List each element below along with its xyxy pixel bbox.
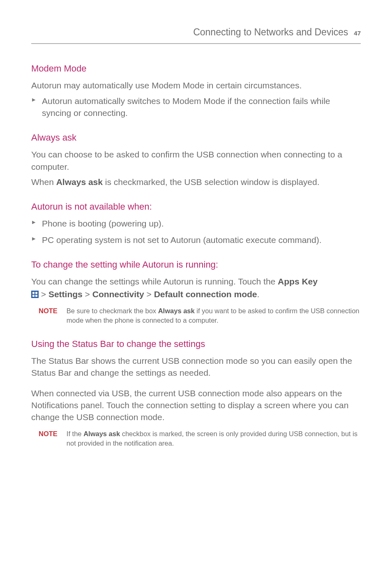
bold-text: Connectivity [92,289,144,299]
apps-key-icon [31,291,39,298]
text: > [39,289,48,299]
svg-rect-2 [35,292,37,294]
text: When [31,177,56,187]
section-always-ask: Always ask You can choose to be asked to… [31,131,361,188]
heading-status-bar: Using the Status Bar to change the setti… [31,337,361,351]
heading-autorun-unavailable: Autorun is not available when: [31,200,361,213]
text: Be sure to checkmark the box [67,307,158,314]
bold-text: Always ask [56,177,103,187]
section-autorun-unavailable: Autorun is not available when: Phone is … [31,200,361,246]
bold-text: Always ask [158,307,195,314]
section-change-setting: To change the setting while Autorun is r… [31,258,361,325]
heading-always-ask: Always ask [31,131,361,144]
list-item: Autorun automatically switches to Modem … [31,95,361,119]
text: . [257,289,260,299]
paragraph: You can change the settings while Autoru… [31,275,361,287]
paragraph: When Always ask is checkmarked, the USB … [31,176,361,188]
svg-rect-1 [32,292,35,294]
text: is checkmarked, the USB selection window… [103,177,320,187]
paragraph: > Settings > Connectivity > Default conn… [31,288,361,300]
heading-modem-mode: Modem Mode [31,62,361,75]
section-status-bar: Using the Status Bar to change the setti… [31,337,361,448]
paragraph: Autorun may automatically use Modem Mode… [31,79,361,91]
bold-text: Apps Key [278,277,318,286]
bold-text: Always ask [83,430,120,437]
heading-change-setting: To change the setting while Autorun is r… [31,258,361,271]
note-label: NOTE [39,429,58,448]
note-text: Be sure to checkmark the box Always ask … [67,306,361,325]
paragraph: The Status Bar shows the current USB con… [31,355,361,379]
page-header: Connecting to Networks and Devices 47 [31,25,361,44]
svg-rect-0 [31,291,39,298]
svg-rect-3 [32,295,35,297]
text: > [83,289,92,299]
bold-text: Settings [48,289,83,299]
list-item: Phone is booting (powering up). [31,217,361,229]
section-modem-mode: Modem Mode Autorun may automatically use… [31,62,361,119]
paragraph: When connected via USB, the current USB … [31,387,361,423]
text: You can change the settings while Autoru… [31,277,278,286]
text: > [144,289,154,299]
bold-text: Default connection mode [154,289,257,299]
note-label: NOTE [39,306,58,325]
list-item: PC operating system is not set to Autoru… [31,234,361,246]
note-block: NOTE Be sure to checkmark the box Always… [31,306,361,325]
header-title: Connecting to Networks and Devices [193,25,348,39]
bullet-list: Autorun automatically switches to Modem … [31,95,361,119]
text: If the [67,430,83,437]
bullet-list: Phone is booting (powering up). PC opera… [31,217,361,246]
note-text: If the Always ask checkbox is marked, th… [67,429,361,448]
page-number: 47 [354,29,361,38]
note-block: NOTE If the Always ask checkbox is marke… [31,429,361,448]
svg-rect-4 [35,295,37,297]
paragraph: You can choose to be asked to confirm th… [31,148,361,173]
